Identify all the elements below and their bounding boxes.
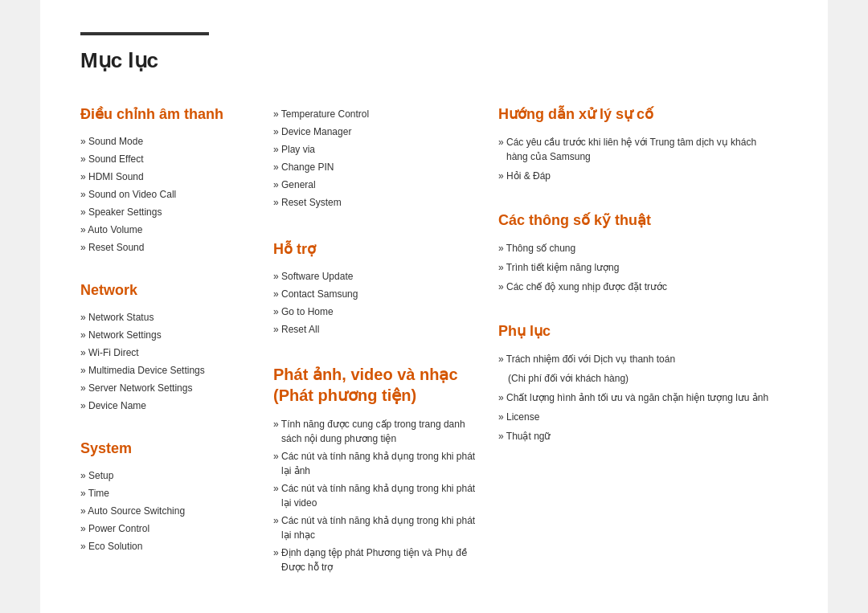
section-phu-luc: Phụ lục Trách nhiệm đối với Dịch vụ than… (498, 322, 772, 446)
page-title: Mục lục (80, 48, 788, 73)
list-item[interactable]: Device Name (80, 397, 257, 415)
list-item[interactable]: Auto Volume (80, 221, 257, 239)
list-item[interactable]: Power Control (80, 520, 257, 537)
section-network: Network Network Status Network Settings … (80, 282, 257, 415)
section-title-phu-luc: Phụ lục (498, 322, 772, 340)
list-item[interactable]: License (498, 407, 772, 427)
list-item[interactable]: Setup (80, 467, 257, 484)
section-huong-dan: Hướng dẫn xử lý sự cố Các yêu cầu trước … (498, 105, 772, 186)
section-title-network: Network (80, 282, 257, 299)
list-item[interactable]: Tính năng được cung cấp trong trang danh… (273, 415, 482, 447)
list-item[interactable]: Speaker Settings (80, 203, 257, 221)
list-item[interactable]: Device Manager (273, 123, 482, 141)
list-item[interactable]: Play via (273, 141, 482, 158)
list-dieu-chinh: Sound Mode Sound Effect HDMI Sound Sound… (80, 133, 257, 256)
list-item[interactable]: Sound Mode (80, 133, 257, 150)
list-item[interactable]: Định dạng tệp phát Phương tiện và Phụ đề… (273, 544, 482, 576)
list-item[interactable]: Các nút và tính năng khả dụng trong khi … (273, 512, 482, 544)
list-item[interactable]: Reset All (273, 321, 482, 338)
list-item[interactable]: Temperature Control (273, 105, 482, 123)
list-item[interactable]: Trách nhiệm đối với Dịch vụ thanh toán (498, 349, 772, 369)
list-item[interactable]: Auto Source Switching (80, 502, 257, 520)
list-phat-anh: Tính năng được cung cấp trong trang danh… (273, 415, 482, 576)
list-item[interactable]: Sound on Video Call (80, 186, 257, 203)
col-mid: Temperature Control Device Manager Play … (273, 105, 498, 602)
list-item[interactable]: Multimedia Device Settings (80, 362, 257, 379)
list-item[interactable]: Thông số chung (498, 239, 772, 258)
list-network: Network Status Network Settings Wi-Fi Di… (80, 309, 257, 415)
list-huong-dan: Các yêu cầu trước khi liên hệ với Trung … (498, 133, 772, 186)
list-item[interactable]: HDMI Sound (80, 168, 257, 186)
list-system-cont: Temperature Control Device Manager Play … (273, 105, 482, 211)
col-right: Hướng dẫn xử lý sự cố Các yêu cầu trước … (498, 105, 788, 602)
list-item-indent: (Chi phí đối với khách hàng) (498, 369, 772, 388)
list-item[interactable]: Wi-Fi Direct (80, 344, 257, 362)
list-item[interactable]: Server Network Settings (80, 379, 257, 397)
section-ho-tro: Hỗ trợ Software Update Contact Samsung G… (273, 240, 482, 338)
page-container: Mục lục Điều chỉnh âm thanh Sound Mode S… (40, 0, 828, 613)
section-title-ho-tro: Hỗ trợ (273, 240, 482, 258)
list-item[interactable]: Software Update (273, 268, 482, 285)
list-item[interactable]: Time (80, 484, 257, 502)
content-grid: Điều chỉnh âm thanh Sound Mode Sound Eff… (80, 105, 788, 602)
section-phat-anh: Phát ảnh, video và nhạc (Phát phương tiệ… (273, 364, 482, 576)
top-border (80, 32, 209, 35)
section-thong-so: Các thông số kỹ thuật Thông số chung Trì… (498, 211, 772, 296)
list-item[interactable]: Chất lượng hình ảnh tối ưu và ngăn chặn … (498, 388, 772, 407)
list-item[interactable]: Reset System (273, 194, 482, 211)
section-dieu-chinh-am-thanh: Điều chỉnh âm thanh Sound Mode Sound Eff… (80, 105, 257, 256)
list-item[interactable]: Network Settings (80, 326, 257, 344)
list-item[interactable]: Thuật ngữ (498, 427, 772, 446)
section-title-system: System (80, 440, 257, 457)
col-left: Điều chỉnh âm thanh Sound Mode Sound Eff… (80, 105, 273, 602)
list-phu-luc: Trách nhiệm đối với Dịch vụ thanh toán (… (498, 349, 772, 446)
list-item[interactable]: Các chế độ xung nhịp được đặt trước (498, 277, 772, 296)
list-item[interactable]: Sound Effect (80, 150, 257, 168)
list-item[interactable]: Trình tiết kiệm năng lượng (498, 258, 772, 277)
list-item[interactable]: General (273, 176, 482, 194)
list-ho-tro: Software Update Contact Samsung Go to Ho… (273, 268, 482, 338)
list-item[interactable]: Eco Solution (80, 537, 257, 555)
list-item[interactable]: Go to Home (273, 303, 482, 321)
list-item[interactable]: Các nút và tính năng khả dụng trong khi … (273, 447, 482, 480)
list-item[interactable]: Network Status (80, 309, 257, 326)
section-title-phat-anh: Phát ảnh, video và nhạc (Phát phương tiệ… (273, 364, 482, 406)
list-item[interactable]: Contact Samsung (273, 285, 482, 303)
list-item[interactable]: Các nút và tính năng khả dụng trong khi … (273, 480, 482, 512)
list-item[interactable]: Reset Sound (80, 239, 257, 256)
list-item[interactable]: Change PIN (273, 158, 482, 176)
list-system: Setup Time Auto Source Switching Power C… (80, 467, 257, 555)
section-title-thong-so: Các thông số kỹ thuật (498, 211, 772, 229)
list-item[interactable]: Các yêu cầu trước khi liên hệ với Trung … (498, 133, 772, 166)
list-item[interactable]: Hỏi & Đáp (498, 166, 772, 186)
section-system: System Setup Time Auto Source Switching … (80, 440, 257, 555)
list-thong-so: Thông số chung Trình tiết kiệm năng lượn… (498, 239, 772, 296)
section-title-huong-dan: Hướng dẫn xử lý sự cố (498, 105, 772, 123)
section-title-dieu-chinh: Điều chỉnh âm thanh (80, 105, 257, 123)
